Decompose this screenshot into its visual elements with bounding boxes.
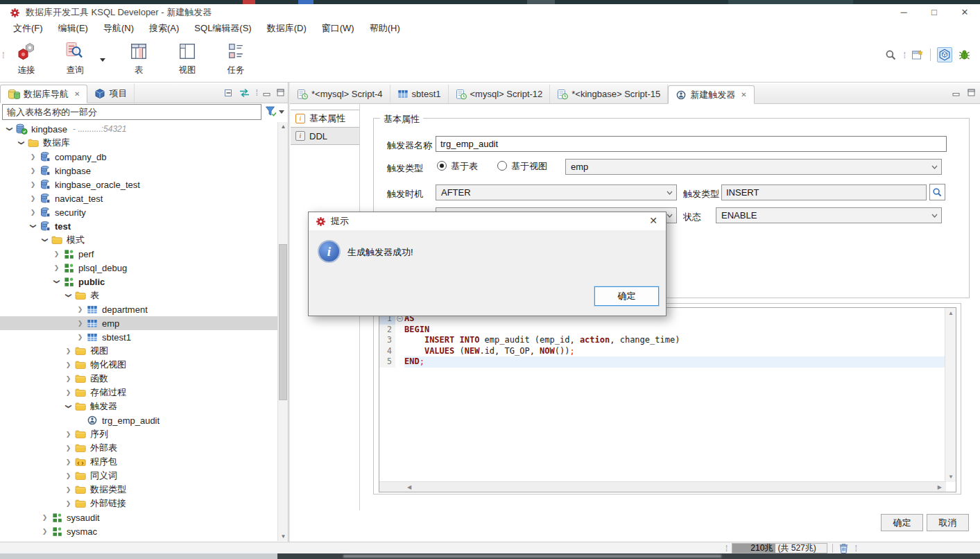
tree-item-emp[interactable]: ❯emp — [0, 316, 277, 330]
expand-arrow-icon[interactable]: ❯ — [75, 306, 85, 313]
code-line-3[interactable]: 3 INSERT INTO emp_audit (emp_id, action,… — [379, 335, 945, 346]
tree-item-sbtest1[interactable]: ❯sbtest1 — [0, 330, 277, 344]
menu-item-7[interactable]: 帮助(H) — [362, 22, 408, 35]
collapse-arrow-icon[interactable]: ❯ — [63, 403, 74, 410]
window-maximize-button[interactable]: □ — [919, 4, 949, 21]
code-line-2[interactable]: 2BEGIN — [379, 325, 945, 336]
tree-item-外部链接[interactable]: ❯外部链接 — [0, 497, 277, 510]
collapse-arrow-icon[interactable]: ❯ — [4, 126, 15, 132]
toolbar-button-view-tool[interactable]: 视图 — [172, 40, 203, 76]
tree-item-数据库[interactable]: ❯数据库 — [0, 136, 277, 150]
collapse-all-icon[interactable] — [223, 87, 234, 98]
view-menu-grip-icon[interactable]: ⁞ — [255, 87, 257, 98]
tree-item-kingbase[interactable]: ❯kingbase- ..........:54321 — [0, 122, 277, 136]
tree-item-plsql_debug[interactable]: ❯plsql_debug — [0, 261, 277, 275]
expand-arrow-icon[interactable]: ❯ — [28, 195, 38, 202]
tree-item-函数[interactable]: ❯函数 — [0, 372, 277, 386]
scroll-right-icon[interactable]: ▶ — [938, 484, 942, 490]
search-icon[interactable] — [885, 49, 897, 61]
editor-tab-sbtest1[interactable]: sbtest1 — [390, 85, 449, 103]
tree-item-同义词[interactable]: ❯同义词 — [0, 469, 277, 483]
tree-item-视图[interactable]: ❯视图 — [0, 344, 277, 358]
side-tab-DDL[interactable]: iDDL — [291, 127, 360, 145]
ok-button[interactable]: 确定 — [881, 514, 923, 531]
debug-icon[interactable] — [958, 49, 970, 60]
expand-arrow-icon[interactable]: ❯ — [63, 375, 74, 382]
tree-item-trg_emp_audit[interactable]: trg_emp_audit — [0, 413, 277, 427]
code-horizontal-scrollbar[interactable]: ◀ ▶ — [379, 481, 946, 492]
expand-arrow-icon[interactable]: ❯ — [51, 250, 62, 257]
close-icon[interactable]: ✕ — [74, 90, 80, 98]
fold-collapse-icon[interactable]: − — [397, 316, 403, 322]
expand-arrow-icon[interactable]: ❯ — [63, 431, 74, 438]
collapse-arrow-icon[interactable]: ❯ — [40, 237, 50, 243]
radio-unselected-icon[interactable] — [497, 161, 507, 171]
perspective-icon[interactable] — [937, 47, 952, 62]
tree-item-test[interactable]: ❯test — [0, 219, 277, 233]
radio-selected-icon[interactable] — [437, 161, 447, 171]
menu-item-2[interactable]: 导航(N) — [96, 22, 141, 35]
status-select[interactable]: ENABLE — [716, 207, 942, 223]
radio-based-on-table[interactable]: 基于表 — [437, 160, 478, 173]
scroll-down-icon[interactable]: ▼ — [948, 474, 954, 480]
table-filter-input[interactable] — [2, 104, 261, 120]
expand-arrow-icon[interactable]: ❯ — [75, 334, 85, 341]
editor-maximize-icon[interactable] — [967, 88, 976, 97]
garbage-collect-trash-icon[interactable] — [838, 542, 850, 554]
tree-item-序列[interactable]: ❯序列 — [0, 427, 277, 441]
scroll-down-icon[interactable]: ▼ — [278, 533, 289, 540]
open-perspective-icon[interactable] — [911, 49, 924, 60]
toolbar-button-table-tool[interactable]: 表 — [123, 40, 154, 76]
tree-item-模式[interactable]: ❯模式 — [0, 233, 277, 247]
expand-arrow-icon[interactable]: ❯ — [63, 458, 74, 465]
editor-minimize-icon[interactable] — [952, 88, 961, 97]
code-vertical-scrollbar[interactable]: ▲ ▼ — [945, 308, 956, 482]
menu-item-1[interactable]: 编辑(E) — [51, 22, 96, 35]
tree-item-perf[interactable]: ❯perf — [0, 247, 277, 261]
code-line-4[interactable]: 4 VALUES (NEW.id, TG_OP, NOW()); — [379, 346, 945, 357]
tree-item-程序包[interactable]: ❯程序包 — [0, 455, 277, 469]
table-select[interactable]: emp — [565, 159, 942, 175]
expand-arrow-icon[interactable]: ❯ — [28, 167, 38, 174]
event-picker-button[interactable] — [929, 184, 945, 200]
left-tab-项目[interactable]: 项目 — [87, 84, 135, 103]
expand-arrow-icon[interactable]: ❯ — [28, 153, 38, 160]
expand-arrow-icon[interactable]: ❯ — [40, 514, 50, 521]
tree-item-public[interactable]: ❯public — [0, 275, 277, 289]
tree-item-security[interactable]: ❯security — [0, 205, 277, 219]
expand-arrow-icon[interactable]: ❯ — [28, 209, 38, 216]
left-tab-数据库导航[interactable]: 数据库导航✕ — [0, 85, 87, 103]
scroll-left-icon[interactable]: ◀ — [407, 484, 411, 490]
code-line-5[interactable]: 5END; — [379, 356, 945, 368]
window-minimize-button[interactable]: ─ — [888, 4, 919, 21]
expand-arrow-icon[interactable]: ❯ — [28, 181, 38, 188]
link-with-editor-icon[interactable] — [239, 88, 250, 98]
tree-scrollbar[interactable]: ▲ ▼ — [277, 122, 288, 541]
cancel-button[interactable]: 取消 — [927, 514, 969, 531]
scroll-up-icon[interactable]: ▲ — [278, 123, 289, 130]
tree-item-数据类型[interactable]: ❯数据类型 — [0, 483, 277, 497]
expand-arrow-icon[interactable]: ❯ — [63, 472, 74, 479]
expand-arrow-icon[interactable]: ❯ — [63, 500, 74, 507]
trigger-event-input[interactable] — [721, 184, 927, 200]
sql-code-editor[interactable]: 1−AS2BEGIN3 INSERT INTO emp_audit (emp_i… — [379, 307, 956, 492]
menu-item-4[interactable]: SQL编辑器(S) — [187, 22, 259, 35]
timing-select[interactable]: AFTER — [436, 184, 677, 200]
menu-item-6[interactable]: 窗口(W) — [314, 22, 362, 35]
close-icon[interactable]: ✕ — [741, 91, 746, 98]
scroll-up-icon[interactable]: ▲ — [948, 310, 954, 316]
view-minimize-icon[interactable] — [262, 88, 271, 97]
tree-item-物化视图[interactable]: ❯物化视图 — [0, 358, 277, 372]
expand-arrow-icon[interactable]: ❯ — [63, 361, 74, 368]
expand-arrow-icon[interactable]: ❯ — [75, 320, 85, 327]
expand-arrow-icon[interactable]: ❯ — [63, 445, 74, 452]
side-tab-基本属性[interactable]: i基本属性 — [291, 110, 360, 128]
tree-item-kingbase[interactable]: ❯kingbase — [0, 164, 277, 178]
expand-arrow-icon[interactable]: ❯ — [40, 528, 50, 535]
toolbar-grip[interactable]: ⁞ — [2, 50, 4, 60]
collapse-arrow-icon[interactable]: ❯ — [51, 278, 62, 285]
editor-tab-<mysql> Script-12[interactable]: <mysql> Script-12 — [449, 85, 551, 103]
window-close-button[interactable]: ✕ — [949, 4, 980, 21]
tree-item-kingbase_oracle_test[interactable]: ❯kingbase_oracle_test — [0, 178, 277, 191]
tree-item-外部表[interactable]: ❯外部表 — [0, 441, 277, 455]
